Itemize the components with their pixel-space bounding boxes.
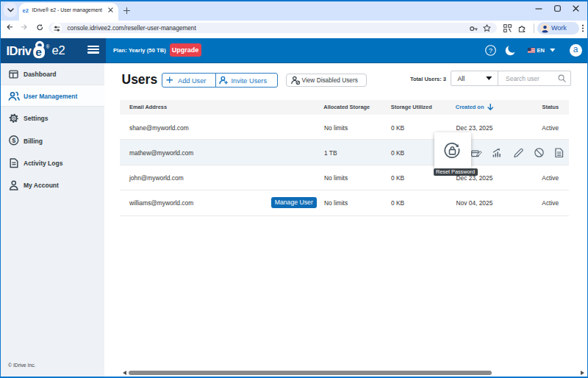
svg-text:?: ? xyxy=(489,46,492,54)
svg-text:®: ® xyxy=(46,44,50,49)
svg-text:IDriv: IDriv xyxy=(7,44,32,57)
svg-text:e2: e2 xyxy=(51,43,65,57)
svg-text:e: e xyxy=(35,46,42,58)
svg-text:$: $ xyxy=(12,137,15,144)
